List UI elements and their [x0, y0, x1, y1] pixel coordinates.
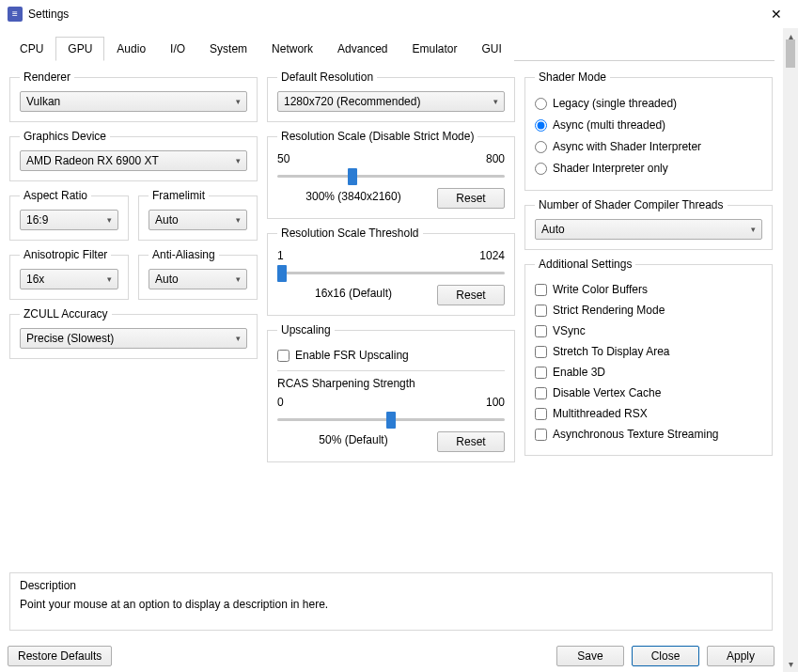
scroll-down-icon[interactable]: ▾	[783, 656, 798, 672]
tab-advanced[interactable]: Advanced	[325, 37, 399, 61]
app-icon: ≡	[8, 7, 23, 22]
select-aa[interactable]: Auto ▾	[149, 269, 247, 289]
group-framelimit: Framelimit Auto ▾	[138, 189, 258, 241]
select-default-resolution[interactable]: 1280x720 (Recommended) ▾	[277, 91, 505, 112]
radio-shader-interp-only-label: Shader Interpreter only	[553, 162, 668, 175]
tabstrip: CPU GPU Audio I/O System Network Advance…	[8, 36, 775, 61]
close-icon[interactable]: ✕	[755, 0, 798, 28]
checkbox-disable-vertex-cache[interactable]: Disable Vertex Cache	[535, 383, 762, 402]
apply-button[interactable]: Apply	[707, 646, 775, 666]
res-thresh-caption: 16x16 (Default)	[277, 287, 430, 300]
select-renderer-value: Vulkan	[26, 95, 60, 108]
group-resolution-scale: Resolution Scale (Disable Strict Mode) 5…	[267, 130, 515, 219]
label-resolution-threshold: Resolution Scale Threshold	[277, 227, 423, 240]
chevron-down-icon: ▾	[236, 215, 241, 225]
titlebar: ≡ Settings ✕	[0, 0, 798, 28]
chevron-down-icon: ▾	[751, 225, 756, 234]
label-aa: Anti-Aliasing	[149, 248, 219, 261]
tab-cpu[interactable]: CPU	[8, 37, 55, 61]
checkbox-label: VSync	[553, 324, 586, 337]
radio-shader-async[interactable]: Async (multi threaded)	[535, 116, 762, 134]
close-button[interactable]: Close	[632, 646, 699, 666]
radio-shader-interp-only[interactable]: Shader Interpreter only	[535, 159, 762, 178]
label-aniso: Anisotropic Filter	[20, 248, 111, 261]
checkbox-vsync[interactable]: VSync	[535, 321, 762, 340]
group-graphics-device: Graphics Device AMD Radeon RX 6900 XT ▾	[9, 130, 258, 181]
group-shader-mode: Shader Mode Legacy (single threaded) Asy…	[524, 70, 773, 191]
res-scale-min: 50	[277, 152, 289, 165]
slider-resolution-scale[interactable]	[277, 167, 505, 184]
tab-network[interactable]: Network	[259, 37, 325, 61]
scroll-thumb[interactable]	[786, 39, 795, 68]
col-left: Renderer Vulkan ▾ Graphics Device AMD Ra…	[9, 70, 258, 462]
label-resolution-scale: Resolution Scale (Disable Strict Mode)	[277, 130, 477, 143]
select-graphics-device-value: AMD Radeon RX 6900 XT	[26, 154, 159, 167]
group-aa: Anti-Aliasing Auto ▾	[138, 248, 258, 300]
tab-gpu[interactable]: GPU	[55, 37, 104, 61]
description-text: Point your mouse at an option to display…	[20, 598, 762, 611]
group-renderer: Renderer Vulkan ▾	[9, 70, 258, 122]
tab-audio[interactable]: Audio	[104, 37, 158, 61]
chevron-down-icon: ▾	[236, 334, 241, 343]
checkbox-async-texture-streaming[interactable]: Asynchronous Texture Streaming	[535, 425, 762, 444]
checkbox-enable-fsr[interactable]: Enable FSR Upscaling	[277, 346, 505, 365]
save-button[interactable]: Save	[556, 646, 624, 666]
checkbox-enable-3d[interactable]: Enable 3D	[535, 363, 762, 382]
select-compiler-threads-value: Auto	[541, 223, 565, 236]
slider-rcas[interactable]	[277, 411, 505, 428]
label-shader-mode: Shader Mode	[535, 70, 610, 84]
group-zcull: ZCULL Accuracy Precise (Slowest) ▾	[9, 307, 258, 359]
label-renderer: Renderer	[20, 70, 74, 84]
select-aniso[interactable]: 16x ▾	[20, 269, 118, 289]
radio-shader-async-interp-label: Async with Shader Interpreter	[553, 140, 701, 153]
radio-shader-async-interp[interactable]: Async with Shader Interpreter	[535, 137, 762, 156]
select-graphics-device[interactable]: AMD Radeon RX 6900 XT ▾	[20, 150, 247, 171]
radio-shader-legacy[interactable]: Legacy (single threaded)	[535, 94, 762, 113]
select-aspect-ratio-value: 16:9	[26, 213, 48, 227]
chevron-down-icon: ▾	[107, 274, 112, 284]
reset-resolution-scale-button[interactable]: Reset	[437, 188, 505, 209]
reset-rcas-button[interactable]: Reset	[437, 431, 505, 452]
select-framelimit[interactable]: Auto ▾	[149, 210, 247, 230]
tab-system[interactable]: System	[197, 37, 259, 61]
checkbox-multithreaded-rsx[interactable]: Multithreaded RSX	[535, 404, 762, 423]
checkbox-label: Strict Rendering Mode	[553, 304, 665, 317]
restore-defaults-button[interactable]: Restore Defaults	[8, 646, 112, 666]
group-default-resolution: Default Resolution 1280x720 (Recommended…	[267, 70, 515, 122]
label-default-resolution: Default Resolution	[277, 70, 377, 84]
checkbox-enable-fsr-label: Enable FSR Upscaling	[295, 349, 409, 362]
checkbox-strict-rendering[interactable]: Strict Rendering Mode	[535, 301, 762, 320]
label-compiler-threads: Number of Shader Compiler Threads	[535, 198, 728, 211]
select-framelimit-value: Auto	[155, 213, 179, 227]
tab-emulator[interactable]: Emulator	[399, 37, 469, 61]
rcas-min: 0	[277, 396, 284, 409]
window-title: Settings	[28, 8, 755, 21]
group-aniso: Anisotropic Filter 16x ▾	[9, 248, 129, 300]
checkbox-label: Write Color Buffers	[553, 283, 648, 296]
label-rcas: RCAS Sharpening Strength	[277, 377, 505, 390]
tab-gui[interactable]: GUI	[470, 37, 514, 61]
res-scale-caption: 300% (3840x2160)	[277, 190, 430, 203]
reset-resolution-threshold-button[interactable]: Reset	[437, 285, 505, 305]
checkbox-label: Multithreaded RSX	[553, 407, 648, 420]
label-description: Description	[20, 579, 762, 592]
radio-shader-async-label: Async (multi threaded)	[553, 118, 665, 132]
checkbox-label: Stretch To Display Area	[553, 345, 670, 358]
chevron-down-icon: ▾	[236, 274, 241, 284]
footer: Restore Defaults Save Close Apply	[0, 640, 782, 672]
slider-resolution-threshold[interactable]	[277, 264, 505, 281]
select-aniso-value: 16x	[26, 273, 44, 286]
select-renderer[interactable]: Vulkan ▾	[20, 91, 247, 112]
select-aspect-ratio[interactable]: 16:9 ▾	[20, 210, 118, 230]
chevron-down-icon: ▾	[493, 97, 498, 106]
checkbox-stretch-display[interactable]: Stretch To Display Area	[535, 342, 762, 361]
group-description: Description Point your mouse at an optio…	[9, 572, 773, 631]
tab-io[interactable]: I/O	[158, 37, 197, 61]
select-zcull-value: Precise (Slowest)	[26, 332, 114, 345]
select-zcull[interactable]: Precise (Slowest) ▾	[20, 328, 247, 349]
checkbox-write-color-buffers[interactable]: Write Color Buffers	[535, 280, 762, 299]
select-compiler-threads[interactable]: Auto ▾	[535, 219, 762, 240]
scrollbar[interactable]: ▴ ▾	[782, 28, 798, 672]
label-zcull: ZCULL Accuracy	[20, 307, 112, 320]
group-resolution-threshold: Resolution Scale Threshold 1 1024 16x16 …	[267, 227, 515, 316]
